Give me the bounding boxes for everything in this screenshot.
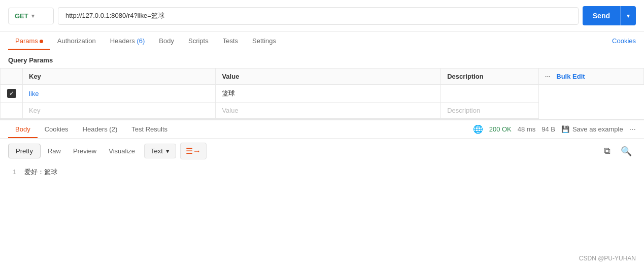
tab-scripts[interactable]: Scripts: [181, 32, 216, 50]
footer-watermark: CSDN @PU-YUHAN: [579, 255, 636, 262]
tab-body-label: Body: [159, 37, 174, 45]
tab-params[interactable]: Params: [8, 32, 50, 50]
key-value: like: [29, 90, 39, 97]
save-example-button[interactable]: 💾 Save as example: [561, 125, 623, 133]
tab-tests-label: Tests: [223, 37, 238, 45]
format-bar: Pretty Raw Preview Visualize Text ▾ ☰→ ⧉…: [0, 139, 644, 163]
wrap-icon: ☰→: [186, 147, 201, 155]
row2-value[interactable]: Value: [216, 103, 441, 119]
line-number: 1: [8, 169, 16, 176]
save-icon: 💾: [561, 125, 569, 133]
preview-button[interactable]: Preview: [68, 144, 101, 158]
desc-placeholder: Description: [447, 107, 480, 114]
table-row: Key Value Description: [1, 103, 644, 119]
url-input[interactable]: [58, 7, 579, 25]
response-tab-body[interactable]: Body: [8, 120, 38, 138]
code-content: 爱好：篮球: [24, 168, 57, 177]
copy-icon[interactable]: ⧉: [600, 144, 615, 158]
tab-headers[interactable]: Headers (6): [103, 32, 152, 50]
tab-params-label: Params: [15, 37, 38, 45]
tab-scripts-label: Scripts: [188, 37, 209, 45]
status-time: 48 ms: [518, 125, 535, 133]
response-tab-body-label: Body: [15, 125, 30, 133]
url-bar: GET ▾ Send ▾: [0, 0, 644, 32]
tab-settings-label: Settings: [252, 37, 276, 45]
table-row: ✓ like 篮球: [1, 85, 644, 103]
bulk-edit-dots: ···: [545, 73, 551, 80]
response-status-row: 🌐 200 OK 48 ms 94 B 💾 Save as example ··…: [473, 124, 636, 134]
col-bulk-edit: ··· Bulk Edit: [538, 69, 643, 85]
status-code: 200 OK: [489, 125, 512, 133]
params-table: Key Value Description ··· Bulk Edit ✓ li…: [0, 68, 644, 119]
visualize-button[interactable]: Visualize: [104, 144, 140, 158]
method-select[interactable]: GET ▾: [8, 8, 54, 24]
wrap-button[interactable]: ☰→: [180, 143, 207, 159]
tab-tests[interactable]: Tests: [216, 32, 245, 50]
tab-authorization-label: Authorization: [57, 37, 96, 45]
send-button[interactable]: Send ▾: [583, 6, 636, 25]
row2-check: [1, 103, 23, 119]
col-key: Key: [23, 69, 216, 85]
tab-body[interactable]: Body: [152, 32, 181, 50]
cookies-link[interactable]: Cookies: [612, 32, 636, 50]
text-format-chevron-icon: ▾: [166, 147, 170, 155]
response-tab-test-results[interactable]: Test Results: [124, 120, 175, 138]
search-icon[interactable]: 🔍: [617, 144, 636, 159]
response-tab-cookies[interactable]: Cookies: [38, 120, 76, 138]
row2-key[interactable]: Key: [23, 103, 216, 119]
send-chevron-icon[interactable]: ▾: [621, 8, 636, 24]
row2-desc: Description: [441, 103, 539, 119]
query-params-label: Query Params: [0, 50, 644, 68]
code-line: 1 爱好：篮球: [0, 168, 644, 177]
tab-headers-label: Headers (6): [110, 37, 145, 45]
response-tabs: Body Cookies Headers (2) Test Results 🌐 …: [0, 120, 644, 139]
status-size: 94 B: [541, 125, 555, 133]
col-description: Description: [441, 69, 539, 85]
row1-value[interactable]: 篮球: [216, 85, 441, 103]
checkbox-checked[interactable]: ✓: [7, 89, 16, 98]
tab-authorization[interactable]: Authorization: [50, 32, 103, 50]
pretty-button[interactable]: Pretty: [8, 144, 41, 158]
col-value: Value: [216, 69, 441, 85]
response-section: Body Cookies Headers (2) Test Results 🌐 …: [0, 119, 644, 181]
key-placeholder: Key: [29, 107, 40, 114]
row1-key[interactable]: like: [23, 85, 216, 103]
col-check: [1, 69, 23, 85]
text-format-select[interactable]: Text ▾: [144, 144, 176, 158]
send-label: Send: [583, 7, 620, 25]
value-placeholder: Value: [222, 107, 238, 114]
text-format-label: Text: [151, 147, 163, 155]
row1-check[interactable]: ✓: [1, 85, 23, 103]
request-tabs: Params Authorization Headers (6) Body Sc…: [0, 32, 644, 50]
response-tab-headers-label: Headers (2): [83, 125, 118, 133]
raw-button[interactable]: Raw: [43, 144, 66, 158]
code-view: 1 爱好：篮球: [0, 163, 644, 181]
method-chevron-icon: ▾: [31, 13, 35, 19]
tab-settings[interactable]: Settings: [245, 32, 283, 50]
response-tab-test-results-label: Test Results: [131, 125, 167, 133]
save-example-label: Save as example: [572, 125, 623, 133]
globe-icon: 🌐: [473, 124, 483, 134]
response-tab-cookies-label: Cookies: [45, 125, 69, 133]
response-tab-headers[interactable]: Headers (2): [76, 120, 125, 138]
bulk-edit-button[interactable]: Bulk Edit: [556, 73, 585, 80]
method-label: GET: [15, 12, 28, 20]
row1-desc: [441, 85, 539, 103]
more-options-button[interactable]: ···: [629, 125, 636, 134]
params-dot: [40, 40, 43, 43]
